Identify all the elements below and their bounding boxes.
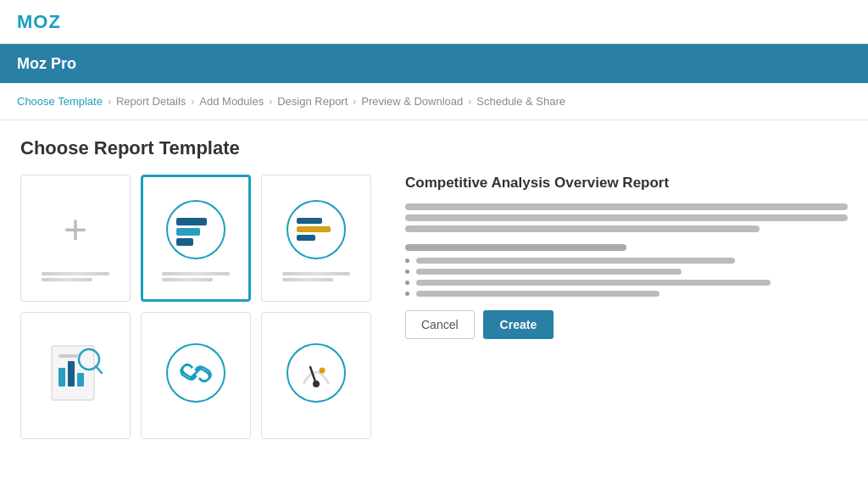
overview-template-icon bbox=[282, 196, 350, 264]
bullet-item-3 bbox=[405, 280, 848, 286]
svg-rect-3 bbox=[297, 218, 322, 224]
breadcrumb-sep-4: › bbox=[353, 96, 356, 108]
description-lines bbox=[405, 203, 848, 232]
breadcrumb-sep-3: › bbox=[269, 96, 272, 108]
top-bar: MOZ bbox=[0, 0, 868, 44]
svg-rect-1 bbox=[176, 228, 200, 236]
traffic-template-icon bbox=[282, 339, 350, 407]
svg-rect-8 bbox=[68, 361, 75, 387]
card-waves-blank bbox=[42, 272, 109, 281]
analytics-icon-svg bbox=[45, 342, 106, 403]
report-title: Competitive Analysis Overview Report bbox=[405, 175, 848, 192]
traffic-icon-svg bbox=[295, 352, 337, 394]
breadcrumb-sep-1: › bbox=[108, 96, 111, 108]
bullet-section bbox=[405, 244, 848, 297]
breadcrumb-add-modules[interactable]: Add Modules bbox=[199, 95, 264, 108]
breadcrumb-sep-5: › bbox=[468, 96, 471, 108]
blank-template-icon: + bbox=[42, 196, 109, 264]
svg-point-16 bbox=[320, 368, 326, 374]
svg-rect-7 bbox=[58, 368, 65, 387]
desc-line-3 bbox=[405, 225, 760, 232]
desc-line-2 bbox=[405, 214, 848, 221]
action-buttons: Cancel Create bbox=[405, 310, 848, 339]
svg-line-11 bbox=[96, 366, 102, 373]
section-label-line bbox=[405, 244, 626, 251]
header-bar: Moz Pro bbox=[0, 44, 868, 83]
template-card-blank[interactable]: + bbox=[20, 175, 131, 302]
breadcrumb-choose-template[interactable]: Choose Template bbox=[17, 95, 103, 108]
svg-rect-2 bbox=[176, 238, 193, 246]
svg-rect-4 bbox=[297, 226, 331, 232]
analytics-template-icon bbox=[42, 339, 109, 407]
template-card-links[interactable] bbox=[141, 312, 251, 439]
desc-line-1 bbox=[405, 203, 848, 210]
cancel-button[interactable]: Cancel bbox=[405, 310, 475, 339]
links-icon-svg bbox=[177, 354, 214, 392]
page-title: Choose Report Template bbox=[20, 137, 848, 159]
breadcrumb-schedule-share[interactable]: Schedule & Share bbox=[476, 95, 565, 108]
breadcrumb-design-report[interactable]: Design Report bbox=[277, 95, 348, 108]
moz-logo: MOZ bbox=[17, 11, 61, 33]
create-button[interactable]: Create bbox=[483, 310, 554, 339]
svg-rect-0 bbox=[176, 218, 207, 225]
links-template-icon bbox=[162, 339, 230, 407]
breadcrumb: Choose Template › Report Details › Add M… bbox=[0, 83, 868, 120]
svg-rect-12 bbox=[58, 354, 79, 358]
bullet-item-1 bbox=[405, 258, 848, 264]
right-panel: Competitive Analysis Overview Report bbox=[388, 175, 848, 439]
card-waves-overview bbox=[282, 272, 350, 281]
template-card-traffic[interactable] bbox=[261, 312, 371, 439]
template-card-competitive[interactable] bbox=[141, 175, 251, 302]
overview-icon-svg bbox=[293, 211, 339, 248]
bullet-item-2 bbox=[405, 269, 848, 275]
breadcrumb-preview-download[interactable]: Preview & Download bbox=[361, 95, 463, 108]
breadcrumb-report-details[interactable]: Report Details bbox=[116, 95, 186, 108]
svg-rect-5 bbox=[297, 235, 315, 241]
template-card-overview[interactable] bbox=[261, 175, 371, 302]
breadcrumb-sep-2: › bbox=[191, 96, 194, 108]
template-card-analytics[interactable] bbox=[20, 312, 131, 439]
bullet-item-4 bbox=[405, 291, 848, 297]
app-title: Moz Pro bbox=[17, 55, 76, 73]
main-content: Choose Report Template + bbox=[0, 120, 868, 495]
template-area: + bbox=[20, 175, 848, 439]
template-grid: + bbox=[20, 175, 371, 439]
card-waves-competitive bbox=[162, 272, 230, 281]
competitive-icon-svg bbox=[173, 211, 219, 248]
competitive-template-icon bbox=[162, 196, 230, 264]
svg-rect-9 bbox=[77, 373, 84, 387]
